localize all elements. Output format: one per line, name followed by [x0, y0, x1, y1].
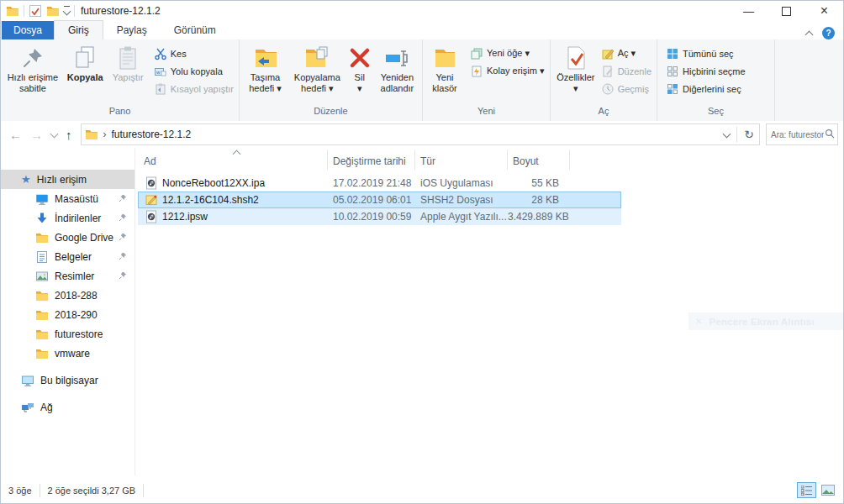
back-button[interactable]: ←: [9, 128, 22, 142]
divider: [74, 5, 75, 17]
file-type: SHSH2 Dosyası: [415, 194, 508, 206]
ipa-file-icon: [145, 176, 158, 190]
sidebar-item-2018-288[interactable]: 2018-288: [1, 286, 135, 305]
file-list: Ad Değiştirme tarihi Tür Boyut NonceRebo…: [135, 148, 843, 475]
sidebar-item-downloads[interactable]: İndirilenler: [1, 208, 135, 228]
properties-check-icon[interactable]: [29, 4, 42, 18]
address-dropdown-icon[interactable]: [723, 129, 731, 138]
file-row[interactable]: NonceReboot12XX.ipa 17.02.2019 21:48 iOS…: [138, 175, 621, 192]
group-label-new: Yeni: [423, 106, 550, 121]
edit-button[interactable]: Düzenle: [601, 62, 651, 80]
large-icons-view-button[interactable]: [818, 482, 837, 498]
sidebar-item-desktop[interactable]: Masaüstü: [1, 189, 135, 208]
column-header-size[interactable]: Boyut: [508, 150, 570, 170]
shsh2-file-icon: [145, 193, 158, 207]
titlebar: futurestore-12.1.2 — ×: [1, 1, 843, 21]
copy-button[interactable]: Kopyala: [63, 42, 108, 106]
tab-file[interactable]: Dosya: [2, 21, 54, 39]
search-box[interactable]: [766, 123, 838, 145]
sidebar-item-2018-290[interactable]: 2018-290: [1, 305, 135, 324]
tab-view[interactable]: Görünüm: [161, 21, 229, 39]
item-count: 3 öğe: [8, 486, 32, 496]
file-row-selected[interactable]: 12.1.2-16C104.shsh2 05.02.2019 06:01 SHS…: [138, 192, 621, 208]
new-folder-button[interactable]: Yeni klasör: [425, 42, 465, 106]
up-button[interactable]: ↑: [66, 128, 72, 142]
minimize-ribbon-icon[interactable]: [805, 30, 814, 39]
invert-selection-button[interactable]: Diğerlerini seç: [666, 80, 746, 97]
column-header-type[interactable]: Tür: [415, 150, 508, 170]
move-to-button[interactable]: Taşıma hedefi ▾: [241, 42, 289, 106]
folder-icon: [85, 128, 98, 141]
properties-button[interactable]: Özellikler ▾: [552, 42, 599, 106]
tab-share[interactable]: Paylaş: [103, 21, 161, 39]
pin-to-quick-access-button[interactable]: Hızlı erişime sabitle: [3, 42, 63, 106]
details-view-button[interactable]: [797, 482, 816, 498]
column-header-name[interactable]: Ad: [138, 150, 328, 170]
clipboard-icon: [114, 45, 141, 71]
maximize-button[interactable]: [768, 1, 805, 21]
file-name: 12.1.2-16C104.shsh2: [162, 194, 259, 206]
open-pencil-icon: [601, 47, 615, 60]
tab-home[interactable]: Giriş: [54, 20, 103, 39]
ribbon-tab-row: Dosya Giriş Paylaş Görünüm ?: [1, 21, 843, 39]
delete-button[interactable]: Sil ▾: [346, 42, 374, 106]
clipboard-small-buttons: Kes w Yolu kopyala Kısayol yapıştır: [149, 42, 237, 106]
ribbon-group-clipboard: Hızlı erişime sabitle Kopyala Yapıştır K…: [1, 39, 240, 121]
select-none-icon: [666, 65, 679, 78]
folder-icon[interactable]: [46, 4, 60, 18]
divider: [143, 484, 144, 497]
history-button[interactable]: Geçmiş: [601, 80, 651, 97]
refresh-icon[interactable]: ↻: [744, 128, 754, 141]
select-none-button[interactable]: Hiçbirini seçme: [666, 62, 746, 80]
sidebar-item-network[interactable]: Ağ: [1, 397, 135, 417]
breadcrumb[interactable]: futurestore-12.1.2: [112, 129, 192, 140]
pin-icon: [119, 213, 127, 222]
folder-icon: [35, 289, 49, 302]
column-headers: Ad Değiştirme tarihi Tür Boyut: [138, 150, 570, 170]
group-label-open: Aç: [551, 106, 657, 121]
open-button[interactable]: Aç ▾: [601, 45, 651, 62]
maximize-icon: [782, 7, 791, 16]
recent-locations-icon[interactable]: [50, 129, 59, 138]
file-size: 3.429.889 KB: [508, 211, 570, 223]
file-row-selected[interactable]: 1212.ipsw 10.02.2019 00:59 Apple Aygıt Y…: [138, 208, 621, 225]
customize-toolbar-icon[interactable]: [64, 6, 70, 16]
forward-button[interactable]: →: [30, 128, 43, 142]
paste-shortcut-icon: [154, 82, 167, 96]
sidebar-item-futurestore[interactable]: futurestore: [1, 324, 135, 344]
easy-access-button[interactable]: Kolay erişim ▾: [470, 62, 544, 80]
pictures-icon: [35, 270, 49, 283]
sidebar-item-this-pc[interactable]: Bu bilgisayar: [1, 370, 135, 390]
downloads-icon: [35, 212, 49, 225]
divider: [736, 127, 737, 142]
sidebar-item-quick-access[interactable]: ★ Hızlı erişim: [1, 170, 135, 189]
copy-to-button[interactable]: Kopyalama hedefi ▾: [289, 42, 346, 106]
paste-shortcut-button[interactable]: Kısayol yapıştır: [154, 80, 234, 97]
copy-icon: [71, 45, 98, 71]
help-icon[interactable]: ?: [822, 27, 835, 39]
divider: [40, 484, 40, 497]
address-bar[interactable]: › futurestore-12.1.2 ↻: [81, 123, 761, 145]
new-item-button[interactable]: Yeni öğe ▾: [470, 45, 544, 62]
cut-button[interactable]: Kes: [154, 45, 234, 62]
column-header-date[interactable]: Değiştirme tarihi: [328, 150, 415, 170]
select-all-icon: [666, 47, 679, 60]
paste-button[interactable]: Yapıştır: [108, 42, 149, 106]
snip-overlay-icon: ✕: [695, 317, 702, 326]
easy-access-icon: [470, 65, 483, 78]
search-icon[interactable]: [825, 129, 835, 139]
sidebar-item-pictures[interactable]: Resimler: [1, 266, 135, 286]
minimize-button[interactable]: —: [730, 1, 768, 21]
sidebar-item-vmware[interactable]: vmware: [1, 344, 135, 363]
sidebar-item-documents[interactable]: Belgeler: [1, 247, 135, 266]
group-label-clipboard: Pano: [1, 106, 239, 121]
ribbon-group-open: Özellikler ▾ Aç ▾ Düzenle Geçmiş: [551, 39, 657, 121]
close-button[interactable]: ×: [805, 1, 843, 21]
copy-path-button[interactable]: w Yolu kopyala: [154, 62, 234, 80]
copy-path-icon: w: [154, 65, 167, 78]
sidebar-item-google-drive[interactable]: Google Drive: [1, 228, 135, 247]
open-small-buttons: Aç ▾ Düzenle Geçmiş: [599, 42, 655, 106]
rename-button[interactable]: Yeniden adlandır: [374, 42, 420, 106]
select-all-button[interactable]: Tümünü seç: [666, 45, 746, 62]
file-date: 05.02.2019 06:01: [328, 194, 415, 206]
